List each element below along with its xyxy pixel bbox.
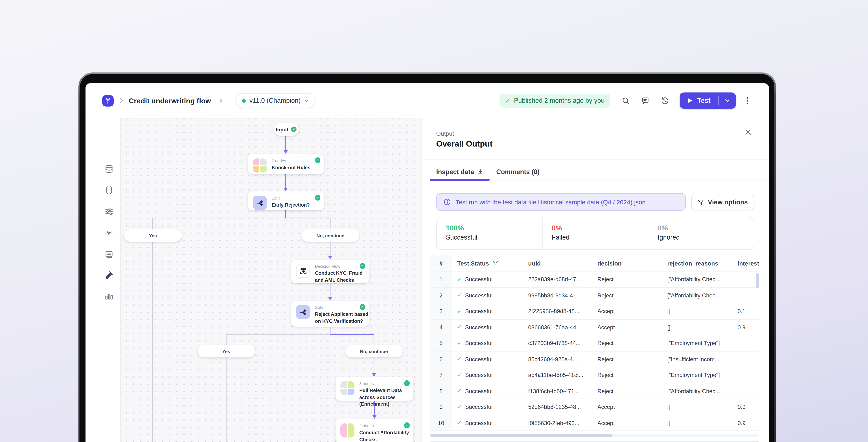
horizontal-scrollbar[interactable]: [430, 434, 612, 437]
comments-button[interactable]: [642, 97, 650, 105]
sidebar-item-activity[interactable]: [103, 227, 115, 238]
interest-cell[interactable]: [732, 351, 759, 367]
column-header-test-status[interactable]: Test Status: [452, 255, 523, 271]
uuid-cell[interactable]: f138f6cb-fb50-471...: [523, 383, 592, 399]
uuid-cell[interactable]: 9995bb8d-9d34-4...: [523, 287, 592, 304]
rejection-reasons-cell[interactable]: ["Affordability Chec...: [662, 383, 732, 399]
test-status-cell[interactable]: ✓ Successful: [452, 367, 523, 383]
sidebar-item-notebook[interactable]: [103, 248, 115, 260]
history-button[interactable]: [661, 97, 669, 105]
history-icon: [661, 97, 669, 105]
rejection-reasons-cell[interactable]: ["Affordability Chec...: [662, 287, 732, 304]
horizontal-scrollbar-track: [430, 434, 759, 437]
uuid-cell[interactable]: 2f225956-89d8-48...: [523, 303, 592, 319]
test-status-cell[interactable]: ✓ Successful: [452, 415, 523, 431]
uuid-cell[interactable]: c37203b9-d738-44...: [523, 335, 592, 351]
test-options-caret[interactable]: [719, 93, 736, 109]
edge-label-yes[interactable]: Yes: [197, 345, 255, 358]
close-panel-button[interactable]: [745, 129, 751, 135]
uuid-cell[interactable]: 282a839e-d68d-47...: [523, 271, 592, 287]
success-check-icon: ✓: [457, 308, 462, 314]
interest-cell[interactable]: [732, 335, 759, 351]
decision-cell[interactable]: Accept: [592, 303, 662, 319]
decision-cell[interactable]: Accept: [592, 415, 662, 431]
more-options-button[interactable]: [746, 97, 748, 105]
uuid-cell[interactable]: 85c42604-925a-4...: [523, 351, 592, 367]
breadcrumb-chevron-icon: [218, 98, 223, 103]
sidebar-item-testing[interactable]: [103, 269, 115, 281]
test-status-cell[interactable]: ✓ Successful: [452, 303, 523, 319]
rejection-reasons-cell[interactable]: []: [662, 319, 732, 336]
edge-label-no-continue[interactable]: No, continue: [345, 345, 403, 358]
rejection-reasons-cell[interactable]: []: [662, 303, 732, 319]
test-status-cell[interactable]: ✓ Successful: [452, 287, 523, 304]
column-header-uuid[interactable]: uuid: [523, 255, 592, 271]
decision-cell[interactable]: Accept: [592, 319, 662, 336]
rejection-reasons-cell[interactable]: ["Employment Type"]: [662, 335, 732, 351]
download-icon[interactable]: [477, 169, 483, 175]
interest-cell[interactable]: 0.9: [732, 399, 759, 415]
tab-inspect-data[interactable]: Inspect data: [430, 164, 490, 179]
edge-label-yes[interactable]: Yes: [124, 229, 182, 242]
sidebar-item-analytics[interactable]: [103, 291, 115, 302]
rejection-reasons-cell[interactable]: ["Affordability Chec...: [662, 271, 732, 287]
search-button[interactable]: [622, 97, 630, 105]
interest-cell[interactable]: [732, 287, 759, 304]
test-status-text: Successful: [465, 324, 492, 330]
flow-node-kyc-checks[interactable]: Decision Flow Conduct KYC, Fraud and AML…: [291, 260, 369, 283]
flow-node-input[interactable]: Input ✓: [274, 123, 299, 136]
sidebar-item-data-sources[interactable]: [103, 163, 115, 175]
filter-funnel-icon[interactable]: [493, 260, 499, 266]
flow-node-pull-data[interactable]: 8 nodes Pull Relevant Data across Source…: [336, 377, 413, 401]
play-icon: [688, 98, 693, 103]
breadcrumb-flow-name[interactable]: Credit underwriting flow: [129, 97, 211, 105]
test-status-cell[interactable]: ✓ Successful: [452, 351, 523, 367]
flow-node-affordability-checks[interactable]: 2 nodes Conduct Affordability Checks ✓: [336, 419, 413, 442]
decision-cell[interactable]: Reject: [592, 383, 662, 399]
rejection-reasons-cell[interactable]: []: [662, 399, 732, 415]
decision-cell[interactable]: Reject: [592, 335, 662, 351]
uuid-cell[interactable]: 03668361-76aa-44...: [523, 319, 592, 336]
column-header-decision[interactable]: decision: [592, 255, 662, 271]
interest-cell[interactable]: 0.9: [732, 415, 759, 431]
sidebar-item-schema[interactable]: [103, 184, 115, 196]
test-status-cell[interactable]: ✓ Successful: [452, 271, 523, 287]
interest-cell[interactable]: 0.9: [732, 319, 759, 336]
flow-node-early-rejection[interactable]: Split Early Rejection? ✓: [248, 192, 324, 210]
flow-canvas[interactable]: Input ✓ 7 nodes Knock-out Rules: [121, 118, 421, 442]
version-selector[interactable]: v11.0 (Champion): [236, 93, 316, 108]
column-header-index[interactable]: #: [430, 255, 452, 271]
rejection-reasons-cell[interactable]: ["Employment Type"]: [662, 367, 732, 383]
decision-cell[interactable]: Reject: [592, 351, 662, 367]
tab-comments[interactable]: Comments (0): [490, 164, 546, 179]
vertical-scrollbar[interactable]: [756, 273, 759, 288]
taktile-logo[interactable]: [102, 95, 114, 106]
test-status-cell[interactable]: ✓ Successful: [452, 335, 523, 351]
test-status-cell[interactable]: ✓ Successful: [452, 399, 523, 415]
interest-cell[interactable]: [732, 271, 759, 287]
decision-cell[interactable]: Reject: [592, 271, 662, 287]
rejection-reasons-cell[interactable]: []: [662, 415, 732, 431]
test-status-cell[interactable]: ✓ Successful: [452, 319, 523, 336]
rejection-reasons-cell[interactable]: ["Insufficient incom...: [662, 351, 732, 367]
edge-label-no-continue[interactable]: No, continue: [302, 229, 359, 242]
interest-cell[interactable]: [732, 367, 759, 383]
uuid-cell[interactable]: f0f55630-2feb-493...: [523, 415, 592, 431]
stat-label: Failed: [552, 234, 648, 241]
flow-node-reject-applicant[interactable]: Split Reject Applicant based on KYC Veri…: [291, 301, 369, 327]
sidebar-item-parameters[interactable]: [103, 205, 115, 217]
close-icon: [745, 129, 751, 135]
uuid-cell[interactable]: 52e64bb8-1235-48...: [523, 399, 592, 415]
flow-node-knock-out-rules[interactable]: 7 nodes Knock-out Rules ✓: [248, 154, 324, 174]
test-status-cell[interactable]: ✓ Successful: [452, 383, 523, 399]
decision-cell[interactable]: Accept: [592, 399, 662, 415]
column-header-interest[interactable]: interest: [732, 255, 759, 271]
interest-cell[interactable]: 0.1: [732, 303, 759, 319]
interest-cell[interactable]: [732, 383, 759, 399]
column-header-rejection-reasons[interactable]: rejection_reasons: [662, 255, 732, 271]
view-options-button[interactable]: View options: [691, 194, 754, 210]
decision-cell[interactable]: Reject: [592, 287, 662, 304]
test-button[interactable]: Test: [680, 93, 736, 109]
decision-cell[interactable]: Reject: [592, 367, 662, 383]
uuid-cell[interactable]: ab4a11be-f5b5-41cf...: [523, 367, 592, 383]
